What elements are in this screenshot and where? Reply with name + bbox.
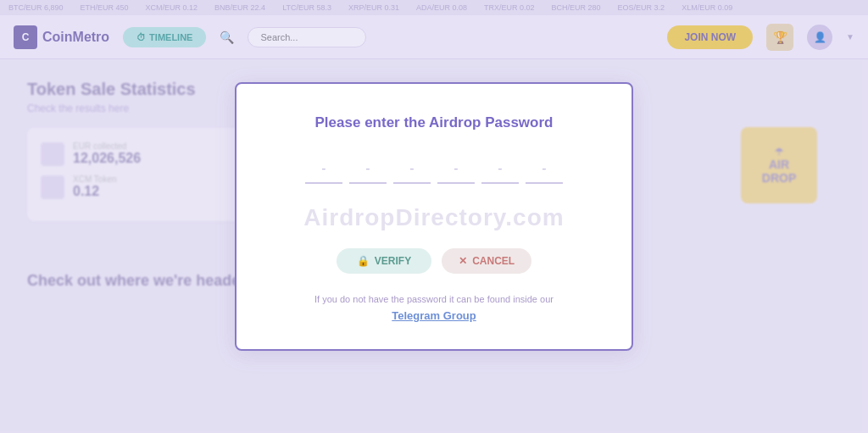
verify-button[interactable]: 🔒 VERIFY <box>337 248 431 274</box>
password-input-1[interactable] <box>305 155 342 184</box>
modal-dialog: Please enter the Airdrop Password Airdro… <box>235 82 633 351</box>
password-input-5[interactable] <box>481 155 519 184</box>
cancel-label: CANCEL <box>472 255 515 267</box>
password-inputs <box>270 155 598 184</box>
modal-title: Please enter the Airdrop Password <box>270 114 598 131</box>
telegram-group-link[interactable]: Telegram Group <box>270 309 598 322</box>
modal-buttons: 🔒 VERIFY ✕ CANCEL <box>270 248 598 274</box>
verify-label: VERIFY <box>375 255 411 267</box>
close-icon: ✕ <box>459 255 467 267</box>
watermark: AirdropDirectory.com <box>270 204 598 231</box>
modal-overlay: Please enter the Airdrop Password Airdro… <box>0 0 868 433</box>
lock-icon: 🔒 <box>357 255 370 267</box>
password-input-3[interactable] <box>393 155 431 184</box>
password-input-2[interactable] <box>349 155 387 184</box>
password-input-6[interactable] <box>526 155 563 184</box>
cancel-button[interactable]: ✕ CANCEL <box>442 248 531 274</box>
password-input-4[interactable] <box>437 155 475 184</box>
modal-footer-text: If you do not have the password it can b… <box>270 294 598 304</box>
